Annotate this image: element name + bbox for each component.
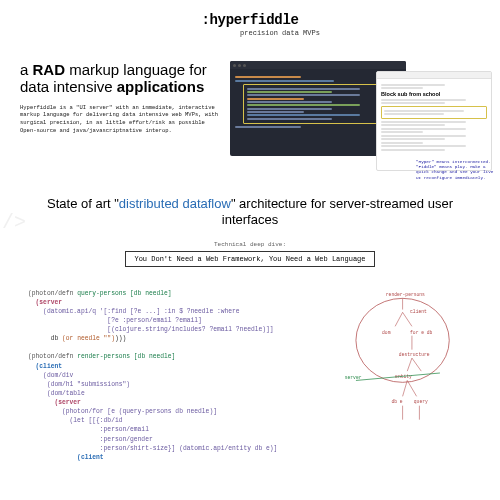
tagline: precision data MVPs: [0, 29, 500, 37]
deepdive-button[interactable]: You Don't Need a Web Framework, You Need…: [125, 251, 374, 267]
hero-section: a RAD markup language for data intensive…: [0, 41, 500, 166]
form-title: Block sub from school: [381, 91, 487, 97]
window-dot: [233, 64, 236, 67]
hero-description: Hyperfiddle is a "UI server" with an imm…: [20, 104, 222, 136]
hero-visual-column: Block sub from school "Hyper" means inte…: [230, 61, 488, 156]
architecture-headline: State of art "distributed dataflow" arch…: [30, 196, 470, 229]
browser-body: Block sub from school: [377, 79, 491, 155]
diagram-label-q: query: [414, 398, 428, 403]
diagram-label-div: dom: [382, 329, 391, 334]
diagram-label-for: for e db: [410, 329, 433, 334]
hero-text-column: a RAD markup language for data intensive…: [20, 61, 222, 156]
diagram-label-client: client: [410, 309, 427, 314]
diagram-label-render: render-persons: [386, 292, 425, 297]
diagram-label-destructure: destructure: [399, 352, 430, 357]
svg-line-2: [395, 312, 402, 326]
dataflow-diagram: render-persons client dom for e db destr…: [311, 289, 494, 462]
code-listing: (photon/defn query-persons [db needle] (…: [28, 289, 303, 462]
svg-line-6: [412, 358, 421, 371]
svg-point-0: [356, 298, 449, 382]
window-dot: [238, 64, 241, 67]
diagram-label-db: db e: [391, 398, 402, 403]
svg-line-5: [407, 358, 412, 371]
deepdive-label: Technical deep dive:: [30, 241, 470, 248]
browser-preview-screenshot: Block sub from school: [376, 71, 492, 171]
form-highlight: [381, 106, 487, 119]
page-header: :hyperfiddle precision data MVPs: [0, 0, 500, 41]
svg-line-9: [407, 380, 416, 396]
watermark-icon: />: [2, 211, 26, 234]
diagram-label-server: server: [345, 374, 362, 379]
browser-chrome: [377, 72, 491, 79]
architecture-section: /> State of art "distributed dataflow" a…: [0, 166, 500, 275]
svg-line-8: [402, 380, 407, 396]
code-highlight-box: [243, 84, 392, 124]
logo: :hyperfiddle: [0, 12, 500, 28]
editor-titlebar: [230, 61, 405, 69]
svg-line-3: [402, 312, 411, 326]
hero-headline: a RAD markup language for data intensive…: [20, 61, 222, 96]
window-dot: [243, 64, 246, 67]
code-diagram-section: (photon/defn query-persons [db needle] (…: [0, 275, 500, 462]
